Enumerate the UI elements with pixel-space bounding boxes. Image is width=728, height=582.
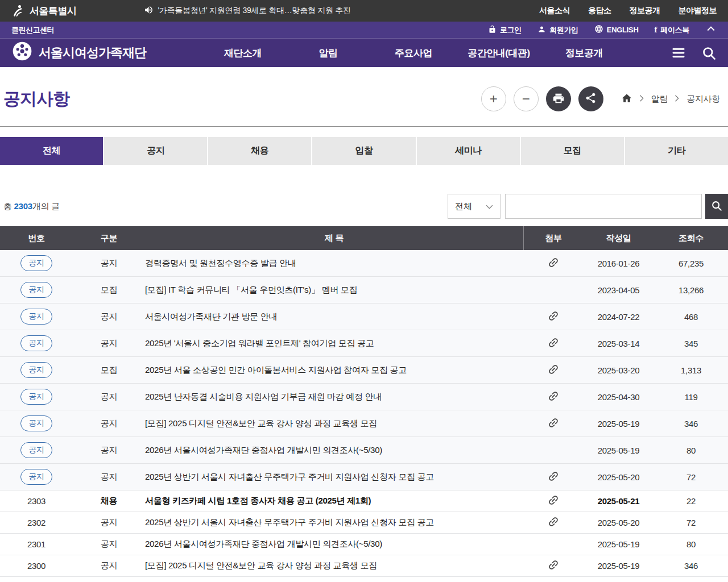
post-views: 119 [654,392,728,402]
post-number: 2300 [27,561,46,571]
post-category: 공지 [73,445,145,456]
share-icon [585,92,597,106]
share-button[interactable] [578,86,603,111]
breadcrumb-item[interactable]: 공지사항 [686,94,720,105]
category-tab[interactable]: 세미나 [417,137,520,165]
table-row[interactable]: 공지 공지 [모집] 2025 디지털 안전&보안 교육 강사 양성 과정 교육… [0,410,728,437]
post-date: 2025-05-20 [583,518,654,527]
post-title-link[interactable]: [모집] IT 학습 커뮤니티 「서울 우먼잇츠(IT's)」 멤버 모집 [145,285,523,296]
print-button[interactable] [546,86,571,111]
search-input[interactable] [505,194,702,219]
notice-list: 공지 공지 경력증명서 및 원천징수영수증 발급 안내 2016-01-26 6… [0,250,728,582]
table-row[interactable]: 2299 채용 서울특별시 여성가족재단 제3회 직원채용 공고(제2025-5… [0,577,728,582]
category-tab[interactable]: 채용 [208,137,311,165]
post-views: 345 [654,339,728,348]
post-title-link[interactable]: 2025년 서울 소상공인 민간 아이돌봄서비스 지원사업 참여자 모집 공고 [145,365,523,376]
topbar-link[interactable]: 정보공개 [630,6,660,16]
notice-badge: 공지 [20,389,52,405]
table-row[interactable]: 공지 공지 2025년 상반기 서울시 자녀출산 무주택가구 주거비 지원사업 … [0,464,728,490]
nav-menu-item[interactable]: 주요사업 [371,47,456,60]
post-title-link[interactable]: 2025년 상반기 서울시 자녀출산 무주택가구 주거비 지원사업 신청자 모집… [145,517,523,528]
table-row[interactable]: 2302 공지 2025년 상반기 서울시 자녀출산 무주택가구 주거비 지원사… [0,512,728,534]
search-filter-select[interactable]: 전체 [448,194,500,219]
table-row[interactable]: 공지 공지 2025년 '서울시 중소기업 워라밸 포인트제' 참여기업 모집 … [0,330,728,357]
post-category: 공지 [73,311,145,322]
nav-menu-item[interactable]: 정보공개 [541,47,627,60]
font-increase-button[interactable]: + [481,86,506,111]
table-row[interactable]: 2300 공지 [모집] 2025 디지털 안전&보안 교육 강사 양성 과정 … [0,555,728,577]
announcement-banner[interactable]: '가족돌봄청년' 지원연령 39세로 확대…맞춤형 지원 추진 [144,5,351,16]
post-title-link[interactable]: 2025년 '서울시 중소기업 워라밸 포인트제' 참여기업 모집 공고 [145,338,523,349]
topbar-link[interactable]: 응답소 [588,6,611,16]
table-row[interactable]: 2303 채용 서울형 키즈카페 시립 1호점 종사자 채용 공고 (2025년… [0,490,728,512]
category-tab[interactable]: 입찰 [312,137,415,165]
post-title-link[interactable]: 서울형 키즈카페 시립 1호점 종사자 채용 공고 (2025년 제1회) [145,496,523,506]
table-row[interactable]: 공지 모집 [모집] IT 학습 커뮤니티 「서울 우먼잇츠(IT's)」 멤버… [0,277,728,304]
clean-report-link[interactable]: 클린신고센터 [11,25,54,35]
post-title-link[interactable]: 2025년 상반기 서울시 자녀출산 무주택가구 주거비 지원사업 신청자 모집… [145,472,523,483]
hamburger-menu-button[interactable] [671,45,686,61]
breadcrumb-item[interactable]: 알림 [651,94,668,105]
seoul-city-name[interactable]: 서울특별시 [30,5,77,18]
attachment-link-icon[interactable] [547,363,560,377]
notice-badge: 공지 [20,362,52,378]
facebook-link[interactable]: f 페이스북 [654,25,689,35]
notice-badge: 공지 [20,442,52,458]
collapse-topbar-button[interactable] [705,23,717,36]
page-header: 공지사항 + − 알림 공지사항 [0,67,728,127]
table-row[interactable]: 2301 공지 2026년 서울시여성가족재단 중점사업 개발시민 의견조사(~… [0,534,728,555]
nav-search-button[interactable] [701,45,717,61]
foundation-brand[interactable]: 서울시여성가족재단 [11,40,146,65]
nav-menu-item[interactable]: 재단소개 [200,47,286,60]
category-tab[interactable]: 기타 [625,137,728,165]
category-tab[interactable]: 공지 [104,137,207,165]
category-tab[interactable]: 모집 [521,137,624,165]
login-label: 로그인 [500,25,522,35]
category-tab[interactable]: 전체 [0,137,103,165]
join-link[interactable]: 회원가입 [537,25,578,35]
list-toolbar: 총 2303개의 글 전체 [0,194,728,219]
attachment-link-icon[interactable] [547,470,560,484]
table-row[interactable]: 공지 공지 서울시여성가족재단 기관 방문 안내 2024-07-22 468 [0,304,728,330]
login-link[interactable]: 로그인 [488,25,522,35]
notice-badge: 공지 [20,335,52,351]
table-row[interactable]: 공지 공지 2026년 서울시여성가족재단 중점사업 개발시민 의견조사(~5/… [0,437,728,464]
nav-menu-item[interactable]: 알림 [286,47,371,60]
attachment-link-icon[interactable] [547,417,560,431]
table-row[interactable]: 공지 공지 경력증명서 및 원천징수영수증 발급 안내 2016-01-26 6… [0,250,728,277]
english-link[interactable]: ENGLISH [594,24,639,35]
header-title: 제 목 [145,233,523,244]
topbar-links: 서울소식 응답소 정보공개 분야별정보 [539,6,717,16]
post-title-link[interactable]: 2026년 서울시여성가족재단 중점사업 개발시민 의견조사(~5/30) [145,445,523,456]
chevron-down-icon [486,202,493,211]
post-title-link[interactable]: [모집] 2025 디지털 안전&보안 교육 강사 양성 과정 교육생 모집 [145,560,523,571]
topbar-link[interactable]: 서울소식 [539,6,570,16]
post-title-link[interactable]: 2025년 난자동결 시술비용 지원사업 기부금 재원 마감 예정 안내 [145,392,523,402]
post-title-link[interactable]: 경력증명서 및 원천징수영수증 발급 안내 [145,258,523,269]
search-button[interactable] [705,194,728,219]
topbar-link[interactable]: 분야별정보 [679,6,717,16]
table-row[interactable]: 공지 공지 2025년 난자동결 시술비용 지원사업 기부금 재원 마감 예정 … [0,384,728,410]
table-row[interactable]: 공지 모집 2025년 서울 소상공인 민간 아이돌봄서비스 지원사업 참여자 … [0,357,728,384]
attachment-link-icon[interactable] [547,336,560,351]
post-title-link[interactable]: 2026년 서울시여성가족재단 중점사업 개발시민 의견조사(~5/30) [145,539,523,550]
notice-badge: 공지 [20,282,52,298]
nav-menu-item[interactable]: 공간안내(대관) [456,47,541,60]
attachment-link-icon[interactable] [547,559,560,573]
post-category: 공지 [73,472,145,483]
header-date: 작성일 [583,233,654,244]
font-decrease-button[interactable]: − [514,86,539,111]
attachment-link-icon[interactable] [547,256,560,271]
attachment-link-icon[interactable] [547,516,560,530]
seoul-city-logo-icon[interactable] [11,4,25,18]
post-category: 모집 [73,285,145,296]
foundation-logo-icon [11,40,33,65]
attachment-link-icon[interactable] [547,390,560,404]
home-icon[interactable] [621,93,632,106]
globe-icon [594,24,603,35]
attachment-link-icon[interactable] [547,310,560,324]
total-count: 총 2303개의 글 [3,201,60,219]
post-title-link[interactable]: [모집] 2025 디지털 안전&보안 교육 강사 양성 과정 교육생 모집 [145,418,523,429]
post-title-link[interactable]: 서울시여성가족재단 기관 방문 안내 [145,311,523,322]
attachment-link-icon[interactable] [547,494,560,508]
